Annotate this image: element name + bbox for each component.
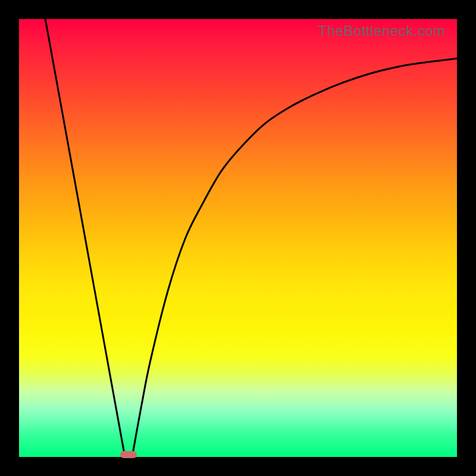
plot-area: TheBottleneck.com bbox=[19, 19, 457, 457]
bottleneck-curve bbox=[19, 19, 457, 457]
optimum-marker bbox=[120, 451, 137, 458]
chart-frame: TheBottleneck.com bbox=[0, 0, 476, 476]
curve-path bbox=[45, 19, 457, 453]
